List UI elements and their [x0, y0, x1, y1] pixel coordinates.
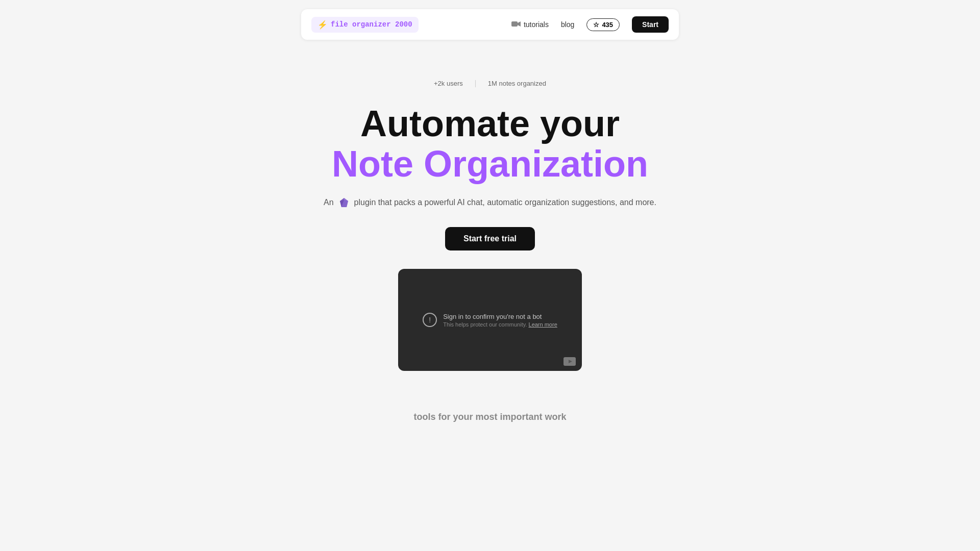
- hero-title-line2: Note Organization: [332, 143, 648, 184]
- start-button[interactable]: Start: [632, 16, 669, 33]
- navbar: ⚡ file organizer 2000 tutorials blog ☆ 4…: [301, 9, 679, 40]
- svg-marker-1: [518, 21, 521, 27]
- video-text: Sign in to confirm you're not a bot This…: [443, 313, 557, 328]
- star-icon: ☆: [593, 21, 599, 29]
- logo-pill[interactable]: ⚡ file organizer 2000: [311, 17, 419, 33]
- hero-stats: +2k users 1M notes organized: [0, 80, 980, 87]
- subtitle-prefix: An: [324, 198, 334, 207]
- stars-badge[interactable]: ☆ 435: [586, 18, 620, 31]
- blog-link[interactable]: blog: [561, 20, 574, 29]
- start-free-trial-button[interactable]: Start free trial: [445, 227, 535, 251]
- video-sign-in-prompt: ! Sign in to confirm you're not a bot Th…: [423, 313, 557, 328]
- video-embed: ! Sign in to confirm you're not a bot Th…: [398, 269, 582, 371]
- stat-users: +2k users: [434, 80, 463, 87]
- video-sub-text: This helps protect our community. Learn …: [443, 321, 557, 328]
- lightning-icon: ⚡: [317, 20, 328, 30]
- svg-rect-0: [511, 21, 518, 27]
- obsidian-icon: [338, 196, 350, 209]
- hero-subtitle: An plugin that packs a powerful AI chat,…: [0, 196, 980, 209]
- youtube-logo: [564, 357, 576, 366]
- tutorials-label: tutorials: [524, 20, 549, 29]
- alert-icon: !: [423, 313, 437, 327]
- logo-text: file organizer 2000: [331, 20, 412, 29]
- learn-more-link[interactable]: Learn more: [529, 321, 557, 328]
- hero-title: Automate your Note Organization: [0, 104, 980, 184]
- stars-count: 435: [602, 21, 613, 29]
- blog-label: blog: [561, 20, 574, 29]
- camera-icon: [511, 20, 521, 29]
- subtitle-suffix: plugin that packs a powerful AI chat, au…: [354, 198, 656, 207]
- hero-section: +2k users 1M notes organized Automate yo…: [0, 49, 980, 371]
- nav-links: tutorials blog ☆ 435 Start: [511, 16, 669, 33]
- bottom-tagline: tools for your most important work: [0, 412, 980, 422]
- video-sign-in-text: Sign in to confirm you're not a bot: [443, 313, 557, 320]
- tutorials-link[interactable]: tutorials: [511, 20, 549, 29]
- stat-divider: [475, 80, 476, 87]
- stat-notes: 1M notes organized: [488, 80, 546, 87]
- hero-title-line1: Automate your: [360, 103, 620, 144]
